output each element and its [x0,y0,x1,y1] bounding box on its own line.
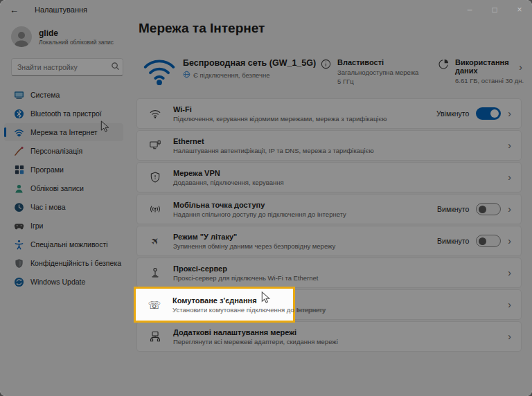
properties-title: Властивості [337,58,418,66]
data-usage-link[interactable]: Використання даних 6.61 ГБ, останні 30 д… [438,58,525,86]
row-title: Мобільна точка доступу [173,201,426,209]
privacy-icon [14,258,24,269]
close-button[interactable]: × [507,0,532,19]
system-icon [14,90,24,100]
toggle-state-label: Увімкнуто [436,109,469,118]
sidebar-item-accounts[interactable]: Облікові записи [4,179,123,197]
toggle-state-label: Вимкнуто [437,237,469,245]
search-input[interactable] [17,63,111,71]
apps-icon [14,165,24,175]
sidebar-item-windows-update[interactable]: Windows Update [4,273,123,291]
advanced-network-icon [148,330,162,343]
row-title: Wi-Fi [173,105,425,114]
sidebar-item-label: Облікові записи [30,184,84,192]
highlighted-row-title: Комутоване з'єднання [172,296,286,305]
row-title: Ethernet [173,137,497,145]
sidebar-item-label: Мережа та Інтернет [30,128,98,136]
row-subtitle: Переглянути всі мережеві адаптери, скида… [173,338,497,345]
chevron-right-icon: › [519,62,522,72]
network-name: Беспроводная сеть (GW_1_5G) [183,58,316,68]
chevron-right-icon: › [508,332,511,341]
accessibility-icon [14,240,24,250]
accounts-icon [14,183,24,194]
sidebar-item-system[interactable]: Система [4,86,123,104]
row-subtitle: Додавання, підключення, керування [173,179,497,186]
chevron-right-icon: › [508,268,511,278]
sidebar-item-bluetooth[interactable]: Bluetooth та пристрої [4,105,123,123]
avatar [11,26,32,47]
row-subtitle: Зупинення обміну даними через безпровідн… [173,242,426,250]
row-title: Мережа VPN [173,169,497,177]
highlighted-row-subtitle: Установити комутоване підключення до Інт… [172,306,286,314]
toggle-knob [479,237,486,245]
sidebar-item-apps[interactable]: Програми [4,161,123,179]
personalization-icon [14,146,24,156]
chevron-right-icon: › [508,109,511,118]
globe-icon [183,71,190,80]
data-usage-title: Використання даних [455,58,525,75]
network-icon [14,127,24,138]
sidebar-item-label: Windows Update [30,278,85,286]
window-controls: – □ × [457,0,532,19]
bluetooth-icon [14,109,24,119]
vpn-shield-icon [148,171,162,183]
row-mobile-hotspot[interactable]: Мобільна точка доступу Надання спільного… [136,194,522,224]
row-wifi[interactable]: Wi-Fi Підключення, керування відомими ме… [136,98,522,129]
dialup-phone-icon: ☏ [148,300,161,310]
sidebar-nav: Система Bluetooth та пристрої Мережа та … [4,86,123,291]
sidebar: glide Локальний обліковий запис Система … [0,19,132,396]
row-ethernet[interactable]: Ethernet Налаштування автентифікації, IP… [136,130,522,161]
sidebar-item-personalization[interactable]: Персоналізація [4,142,123,160]
main-content: Мережа та Інтернет Беспроводная сеть (GW… [132,19,532,396]
proxy-icon [148,267,162,279]
properties-link[interactable]: Властивості Загальнодоступна мережа 5 ГГ… [320,58,418,87]
sidebar-item-label: Система [30,91,60,99]
sidebar-item-label: Програми [30,165,64,174]
back-button[interactable]: ← [10,5,24,15]
selected-indicator [4,127,6,137]
sidebar-item-privacy[interactable]: Конфіденційність і безпека [4,254,123,272]
user-profile[interactable]: glide Локальний обліковий запис [11,26,123,47]
properties-line2: 5 ГГц [337,78,354,85]
toggle-knob [490,109,499,118]
chevron-right-icon: › [508,236,511,246]
row-subtitle: Налаштування автентифікації, IP та DNS, … [173,147,497,154]
chevron-right-icon: › [508,141,511,150]
row-subtitle: Надання спільного доступу до підключення… [173,210,426,218]
row-title: Додаткові налаштування мережі [173,328,497,336]
sidebar-item-label: Спеціальні можливості [30,240,108,249]
time-language-icon [14,202,24,213]
row-vpn[interactable]: Мережа VPN Додавання, підключення, керув… [136,162,522,192]
wifi-toggle[interactable] [476,107,501,120]
window-title: Налаштування [35,6,87,14]
settings-window: ← Налаштування – □ × glide Локальний обл… [0,0,532,396]
row-advanced-network[interactable]: Додаткові налаштування мережі Переглянут… [136,321,522,352]
sidebar-item-gaming[interactable]: Ігри [4,217,123,235]
row-title: Режим "У літаку" [173,233,426,241]
row-airplane-mode[interactable]: ✈ Режим "У літаку" Зупинення обміну дани… [136,226,522,256]
dialup-highlight[interactable]: ☏ Комутоване з'єднання Установити комуто… [134,287,295,323]
sidebar-item-accessibility[interactable]: Спеціальні можливості [4,235,123,253]
row-proxy[interactable]: Проксі-сервер Проксі-сервер для підключе… [136,258,522,288]
sidebar-item-time-language[interactable]: Час і мова [4,198,123,216]
row-subtitle: Підключення, керування відомими мережами… [173,115,425,123]
row-subtitle: Проксі-сервер для підключень Wi-Fi та Et… [173,274,497,282]
sidebar-item-label: Ігри [30,222,43,230]
chevron-right-icon: › [508,172,511,182]
gaming-icon [14,221,24,231]
airplane-icon: ✈ [148,236,162,246]
network-hero: Беспроводная сеть (GW_1_5G) Є підключенн… [139,48,525,98]
sidebar-item-network[interactable]: Мережа та Інтернет [4,123,123,141]
sidebar-item-label: Час і мова [30,203,66,211]
row-title: Проксі-сервер [173,264,497,273]
user-name: glide [39,28,114,38]
hotspot-toggle[interactable] [476,203,501,215]
airplane-toggle[interactable] [476,235,501,247]
settings-search[interactable] [11,58,123,76]
maximize-button[interactable]: □ [482,0,507,19]
minimize-button[interactable]: – [457,0,482,19]
toggle-state-label: Вимкнуто [437,205,469,213]
account-type: Локальний обліковий запис [39,39,114,46]
search-icon [111,61,120,73]
wifi-icon [148,107,162,120]
